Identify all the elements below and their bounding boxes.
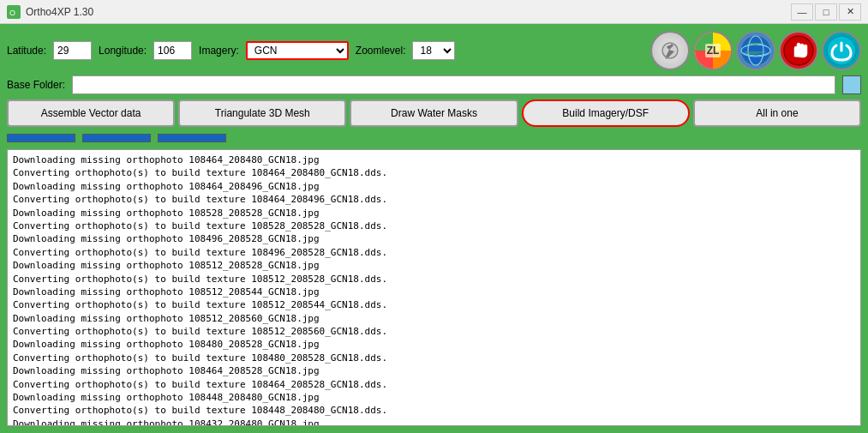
log-line: Downloading missing orthophoto 108512_20…: [13, 286, 855, 298]
progress-row: [7, 132, 861, 144]
log-line: Downloading missing orthophoto 108448_20…: [13, 391, 855, 404]
svg-point-4: [741, 36, 770, 65]
log-line: Converting orthophoto(s) to build textur…: [13, 378, 855, 391]
log-line: Converting orthophoto(s) to build textur…: [13, 220, 855, 232]
maximize-button[interactable]: □: [815, 3, 837, 21]
globe-icon-button[interactable]: [736, 31, 775, 70]
log-line: Downloading missing orthophoto 108464_20…: [13, 364, 855, 377]
build-imagery-button[interactable]: Build Imagery/DSF: [522, 99, 690, 127]
log-line: Downloading missing orthophoto 108464_20…: [13, 180, 855, 193]
log-line: Converting orthophoto(s) to build textur…: [13, 325, 855, 338]
power-icon-button[interactable]: [822, 31, 861, 70]
log-line: Downloading missing orthophoto 108432_20…: [13, 418, 855, 426]
all-in-one-button[interactable]: All in one: [693, 99, 861, 127]
longitude-input[interactable]: [153, 41, 192, 60]
progress-bar-2: [82, 134, 151, 142]
longitude-label: Longitude:: [99, 45, 147, 57]
zoom-select[interactable]: 16 17 18 19: [412, 41, 455, 60]
progress-bar-3: [158, 134, 226, 142]
log-line: Converting orthophoto(s) to build textur…: [13, 246, 855, 259]
log-line: Downloading missing orthophoto 108480_20…: [13, 338, 855, 351]
svg-text:O: O: [9, 9, 15, 17]
log-line: Converting orthophoto(s) to build textur…: [13, 273, 855, 286]
draw-water-button[interactable]: Draw Water Masks: [350, 99, 518, 127]
log-line: Downloading missing orthophoto 108528_20…: [13, 207, 855, 220]
imagery-label: Imagery:: [199, 45, 239, 57]
minimize-button[interactable]: —: [791, 3, 813, 21]
base-folder-row: Base Folder:: [7, 75, 861, 94]
window-controls: — □ ✕: [791, 3, 861, 21]
zoomlevel-label: Zoomlevel:: [356, 45, 406, 57]
settings-icon-button[interactable]: [650, 31, 690, 70]
log-line: Converting orthophoto(s) to build textur…: [13, 298, 855, 311]
config-row: Latitude: Longitude: Imagery: GCN Bing G…: [7, 31, 861, 70]
imagery-select[interactable]: GCN Bing Google OSM: [246, 41, 349, 60]
log-line: Converting orthophoto(s) to build textur…: [13, 166, 855, 179]
zl-text: ZL: [705, 44, 721, 57]
latitude-label: Latitude:: [7, 45, 46, 57]
triangulate-button[interactable]: Triangulate 3D Mesh: [178, 99, 346, 127]
close-button[interactable]: ✕: [839, 3, 861, 21]
log-line: Downloading missing orthophoto 108464_20…: [13, 153, 855, 166]
latitude-input[interactable]: [53, 41, 92, 60]
log-line: Converting orthophoto(s) to build textur…: [13, 193, 855, 206]
log-line: Downloading missing orthophoto 108512_20…: [13, 259, 855, 272]
action-buttons-row: Assemble Vector data Triangulate 3D Mesh…: [7, 99, 861, 127]
toolbar-icons: ZL: [650, 31, 861, 70]
log-line: Converting orthophoto(s) to build textur…: [13, 352, 855, 364]
base-folder-input[interactable]: [72, 75, 835, 94]
app-icon: O: [7, 5, 21, 19]
svg-point-3: [665, 57, 667, 58]
log-area[interactable]: Downloading missing orthophoto 108464_20…: [7, 149, 861, 426]
base-folder-label: Base Folder:: [7, 79, 65, 91]
title-bar-left: O Ortho4XP 1.30: [7, 5, 93, 19]
folder-browse-button[interactable]: [842, 75, 861, 94]
log-line: Downloading missing orthophoto 108512_20…: [13, 312, 855, 325]
progress-bar-1: [7, 134, 75, 142]
title-bar: O Ortho4XP 1.30 — □ ✕: [0, 0, 868, 24]
stop-icon-button[interactable]: [779, 31, 818, 70]
log-line: Downloading missing orthophoto 108496_20…: [13, 232, 855, 245]
main-content: Latitude: Longitude: Imagery: GCN Bing G…: [0, 24, 868, 433]
window-title: Ortho4XP 1.30: [26, 6, 93, 18]
log-line: Converting orthophoto(s) to build textur…: [13, 404, 855, 417]
zl-icon-button[interactable]: ZL: [693, 31, 733, 70]
assemble-vector-button[interactable]: Assemble Vector data: [7, 99, 175, 127]
